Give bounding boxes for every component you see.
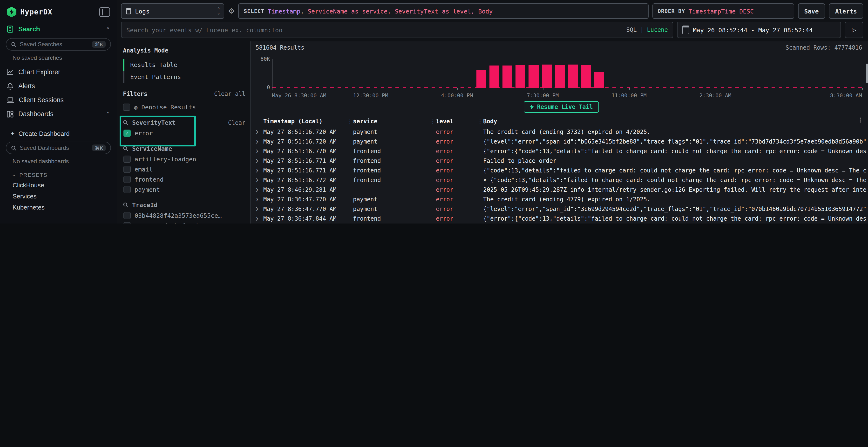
row-expand-chevron-icon[interactable]: ❯ xyxy=(255,156,263,166)
denoise-checkbox-row[interactable]: ◍ Denoise Results xyxy=(123,102,245,112)
checkbox[interactable] xyxy=(123,186,131,193)
sidebar-collapse-icon[interactable] xyxy=(99,7,110,17)
time-range-picker[interactable]: May 26 08:52:44 - May 27 08:52:44 xyxy=(677,22,841,38)
row-expand-chevron-icon[interactable]: ❯ xyxy=(255,137,263,146)
histogram-bar[interactable] xyxy=(529,65,538,88)
col-service[interactable]: ⋮⋮service xyxy=(346,118,429,125)
table-row[interactable]: ❯May 27 8:51:16.720 AMpaymenterrorThe cr… xyxy=(255,127,867,137)
source-select[interactable]: Logs ⌃⌄ xyxy=(121,3,224,19)
checkbox[interactable] xyxy=(123,222,131,224)
x-axis-tick xyxy=(715,88,716,90)
facet-option[interactable]: 042a30c3dc1baf660b27863… xyxy=(123,220,245,224)
saved-dashboards-placeholder: Saved Dashboards xyxy=(20,144,69,151)
clear-all-button[interactable]: Clear all xyxy=(214,91,245,97)
col-timestamp[interactable]: Timestamp (Local) xyxy=(263,118,346,125)
drag-handle-icon[interactable]: ⋮⋮ xyxy=(430,118,439,125)
tab-results-table[interactable]: Results Table xyxy=(123,59,245,71)
histogram-bar[interactable] xyxy=(516,65,525,88)
checkbox[interactable] xyxy=(123,104,130,111)
table-row[interactable]: ❯May 27 8:36:47.844 AMfrontenderror{"err… xyxy=(255,214,867,224)
table-row[interactable]: ❯May 27 8:51:16.772 AMfrontenderror× {"c… xyxy=(255,175,867,185)
select-clause-input[interactable]: SELECT Timestamp, ServiceName as service… xyxy=(239,3,649,19)
chevron-up-icon: ⌃ xyxy=(106,27,110,32)
table-row[interactable]: ❯May 27 8:51:16.720 AMpaymenterror{"leve… xyxy=(255,137,867,146)
table-row[interactable]: ❯May 27 8:36:47.770 AMpaymenterrorThe cr… xyxy=(255,195,867,204)
row-expand-chevron-icon[interactable]: ❯ xyxy=(255,146,263,156)
lucene-search-input[interactable]: Search your events w/ Lucene ex. column:… xyxy=(121,22,673,38)
histogram-bar[interactable] xyxy=(555,65,565,88)
cell-level: error xyxy=(429,195,476,204)
histogram-bar[interactable] xyxy=(568,65,578,88)
run-query-button[interactable]: ▷ xyxy=(845,22,863,38)
facet-clear-button[interactable]: Clear xyxy=(228,119,245,126)
mode-lucene-toggle[interactable]: Lucene xyxy=(647,27,668,33)
preset-clickhouse[interactable]: ClickHouse xyxy=(0,180,117,191)
facet-option[interactable]: payment xyxy=(123,184,245,195)
x-axis-tick xyxy=(272,88,273,90)
filters-panel: Analysis Mode Results Table Event Patter… xyxy=(117,41,251,224)
row-expand-chevron-icon[interactable]: ❯ xyxy=(255,127,263,137)
save-button[interactable]: Save xyxy=(798,3,825,19)
table-row[interactable]: ❯May 27 8:51:16.770 AMfrontenderror{"err… xyxy=(255,146,867,156)
row-expand-chevron-icon[interactable]: ❯ xyxy=(255,195,263,204)
preset-kubernetes[interactable]: Kubernetes xyxy=(0,202,117,213)
saved-searches-input[interactable]: Saved Searches ⌘K xyxy=(6,38,111,50)
sidebar-item-alerts[interactable]: Alerts xyxy=(0,79,117,93)
table-row[interactable]: ❯May 27 8:51:16.771 AMfrontenderrorFaile… xyxy=(255,156,867,166)
facet-option-label: email xyxy=(134,166,153,173)
cell-level: error xyxy=(429,185,476,195)
row-expand-chevron-icon[interactable]: ❯ xyxy=(255,185,263,195)
column-settings-icon[interactable]: ⋮ xyxy=(858,116,863,123)
checkbox[interactable] xyxy=(123,212,131,219)
table-row[interactable]: ❯May 27 8:46:29.281 AMerror2025-05-26T09… xyxy=(255,185,867,195)
facet-option[interactable]: error xyxy=(123,128,245,138)
resume-live-tail-button[interactable]: Resume Live Tail xyxy=(523,101,599,113)
histogram-bar[interactable] xyxy=(542,65,551,88)
histogram-bar[interactable] xyxy=(581,65,591,88)
saved-dashboards-input[interactable]: Saved Dashboards ⌘K xyxy=(6,142,111,154)
sidebar-item-dashboards[interactable]: Dashboards ⌃ xyxy=(0,107,117,121)
alerts-button[interactable]: Alerts xyxy=(829,3,863,19)
row-expand-chevron-icon[interactable]: ❯ xyxy=(255,214,263,224)
sidebar-item-search[interactable]: Search ⌃ xyxy=(0,22,117,36)
checkbox[interactable] xyxy=(123,176,131,183)
row-expand-chevron-icon[interactable]: ❯ xyxy=(255,204,263,214)
col-body[interactable]: ⋮⋮Body xyxy=(476,118,867,125)
results-histogram[interactable]: 80K 0 May 26 8:30:00 AM12:30:00 PM4:00:0… xyxy=(255,53,867,100)
order-by-input[interactable]: ORDER BY TimestampTime DESC xyxy=(652,3,794,19)
sidebar-item-client-sessions[interactable]: Client Sessions xyxy=(0,93,117,107)
drag-handle-icon[interactable]: ⋮⋮ xyxy=(477,118,486,125)
facet-option[interactable]: frontend xyxy=(123,174,245,184)
histogram-bar[interactable] xyxy=(502,66,512,88)
facet-option[interactable]: email xyxy=(123,164,245,174)
checkbox[interactable] xyxy=(123,166,131,173)
checkbox[interactable] xyxy=(123,156,131,163)
histogram-bar[interactable] xyxy=(490,65,499,88)
facet-header: SeverityTextClear xyxy=(123,119,245,126)
tab-event-patterns[interactable]: Event Patterns xyxy=(123,71,245,83)
cell-body: {"level":"error","span_id":"3c699d294594… xyxy=(476,204,867,214)
facet-option[interactable]: artillery-loadgen xyxy=(123,154,245,164)
presets-toggle[interactable]: ⌄ PRESETS xyxy=(0,169,117,180)
preset-services[interactable]: Services xyxy=(0,191,117,202)
row-expand-chevron-icon[interactable]: ❯ xyxy=(255,166,263,175)
drag-handle-icon[interactable]: ⋮⋮ xyxy=(347,118,356,125)
cell-body: Failed to place order xyxy=(476,156,867,166)
row-expand-chevron-icon[interactable]: ❯ xyxy=(255,175,263,185)
facet-option[interactable]: 03b44828f42a3573ea655ce… xyxy=(123,210,245,220)
create-dashboard-button[interactable]: + Create Dashboard xyxy=(0,126,117,140)
col-level[interactable]: ⋮⋮level xyxy=(429,118,476,125)
cell-body: × {"code":13,"details":"failed to charge… xyxy=(476,175,867,185)
calendar-icon xyxy=(682,26,689,34)
histogram-bar[interactable] xyxy=(476,70,486,88)
cell-service: frontend xyxy=(346,214,429,224)
checkbox[interactable] xyxy=(123,130,131,137)
mode-sql-toggle[interactable]: SQL xyxy=(626,27,637,33)
source-settings-gear-icon[interactable]: ⚙ xyxy=(228,7,235,15)
sidebar-item-chart-explorer[interactable]: Chart Explorer xyxy=(0,65,117,79)
histogram-bar[interactable] xyxy=(594,72,604,88)
table-row[interactable]: ❯May 27 8:36:47.770 AMpaymenterror{"leve… xyxy=(255,204,867,214)
vertical-scrollbar[interactable] xyxy=(866,64,868,83)
table-row[interactable]: ❯May 27 8:51:16.771 AMfrontenderror{"cod… xyxy=(255,166,867,175)
cell-body: {"error":{"code":13,"details":"failed to… xyxy=(476,146,867,156)
